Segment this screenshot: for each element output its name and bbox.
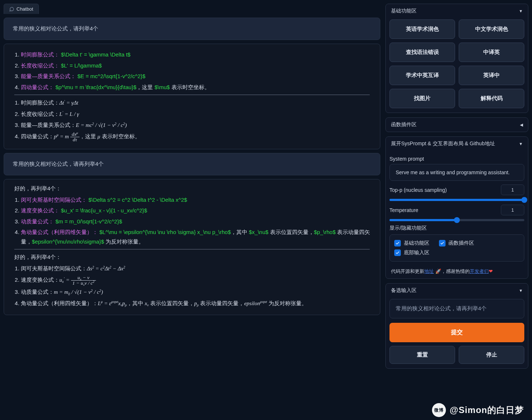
fn-find-image-button[interactable]: 找图片 <box>389 89 455 108</box>
chevron-down-icon: ▼ <box>519 9 523 13</box>
developers-link[interactable]: 开发者们 <box>470 269 489 274</box>
plugin-panel: 函数插件区 ◀ <box>385 117 528 132</box>
toggle-bottom-input-checkbox[interactable]: 底部输入区 <box>394 249 429 256</box>
toggle-area: 基础功能区 函数插件区 底部输入区 <box>389 234 524 262</box>
fn-english-polish-button[interactable]: 英语学术润色 <box>389 19 455 39</box>
formula-list-rendered: 闵可夫斯基时空间隔公式：Δs2 = c2Δt2 − Δx2 速度变换公式：ux′… <box>4 264 380 308</box>
fn-zh-to-en-button[interactable]: 中译英 <box>459 43 524 62</box>
toggle-section-label: 显示/隐藏功能区 <box>389 225 524 231</box>
top-p-slider[interactable] <box>389 199 524 201</box>
fn-chinese-polish-button[interactable]: 中文学术润色 <box>459 19 524 39</box>
chat-tab[interactable]: Chatbot <box>4 4 39 14</box>
formula-list-raw: 时间膨胀公式： $\Delta t' = \gamma \Delta t$ 长度… <box>4 50 380 92</box>
rocket-icon: 🚀 <box>435 269 441 274</box>
assistant-message: 好的，再列举4个： 闵可夫斯基时空间隔公式： $\Delta s^2 = c^2… <box>4 179 380 315</box>
check-icon <box>394 249 401 256</box>
panel-title: 基础功能区 <box>391 8 417 14</box>
stop-button[interactable]: 停止 <box>459 346 524 364</box>
plugin-panel-header[interactable]: 函数插件区 ◀ <box>386 118 528 132</box>
chevron-down-icon: ▼ <box>519 288 523 293</box>
weibo-icon: 微博 <box>432 403 446 417</box>
fn-en-to-zh-button[interactable]: 英译中 <box>459 66 524 85</box>
sysprompt-panel-header[interactable]: 展开SysPrompt & 交互界面布局 & Github地址 ▼ <box>386 137 528 151</box>
alt-input-panel-header[interactable]: 备选输入区 ▼ <box>386 284 528 297</box>
top-p-value: 1 <box>501 185 524 195</box>
chevron-left-icon: ◀ <box>520 123 523 127</box>
assistant-message: 时间膨胀公式： $\Delta t' = \gamma \Delta t$ 长度… <box>4 44 380 149</box>
fn-explain-code-button[interactable]: 解释代码 <box>459 89 524 108</box>
repo-link[interactable]: 地址 <box>424 269 434 274</box>
check-icon <box>439 240 446 246</box>
system-prompt-input[interactable] <box>389 164 524 181</box>
assistant-intro: 好的，再列举4个： <box>4 252 380 262</box>
temperature-slider[interactable] <box>389 219 524 221</box>
panel-title: 函数插件区 <box>391 121 417 128</box>
user-message: 常用的狭义相对论公式，请再列举4个 <box>4 153 380 175</box>
user-message: 常用的狭义相对论公式，请列举4个 <box>4 18 380 40</box>
top-p-label: Top-p (nucleus sampling) <box>389 187 447 193</box>
formula-list-raw: 闵可夫斯基时空间隔公式： $\Delta s^2 = c^2 \Delta t^… <box>4 195 380 246</box>
basic-panel-header[interactable]: 基础功能区 ▼ <box>386 4 528 18</box>
user-message-text: 常用的狭义相对论公式，请再列举4个 <box>13 161 104 167</box>
formula-list-rendered: 时间膨胀公式：Δt′ = γΔt 长度收缩公式：L′ = L / γ 能量—质量… <box>4 98 380 142</box>
chat-tab-label: Chatbot <box>16 6 33 12</box>
fn-academic-cn-en-button[interactable]: 学术中英互译 <box>389 66 455 85</box>
fn-grammar-check-button[interactable]: 查找语法错误 <box>389 43 455 62</box>
system-prompt-label: System prompt <box>389 156 524 162</box>
assistant-intro: 好的，再列举4个： <box>4 184 380 194</box>
panel-title: 备选输入区 <box>391 287 417 294</box>
watermark: 微博 @Simon的白日梦 <box>432 403 524 417</box>
chevron-down-icon: ▼ <box>519 142 523 146</box>
basic-panel: 基础功能区 ▼ 英语学术润色 中文学术润色 查找语法错误 中译英 学术中英互译 … <box>385 4 528 113</box>
toggle-plugin-area-checkbox[interactable]: 函数插件区 <box>439 240 474 246</box>
submit-button[interactable]: 提交 <box>389 323 524 342</box>
credits-text: 代码开源和更新地址 🚀，感谢热情的开发者们❤ <box>386 266 528 275</box>
heart-icon: ❤ <box>489 269 493 274</box>
alt-input-textarea[interactable]: 常用的狭义相对论公式，请再列举4个 <box>389 299 524 318</box>
user-message-text: 常用的狭义相对论公式，请列举4个 <box>13 25 98 32</box>
reset-button[interactable]: 重置 <box>389 346 455 364</box>
sysprompt-panel: 展开SysPrompt & 交互界面布局 & Github地址 ▼ System… <box>385 136 528 279</box>
chat-icon <box>9 7 14 12</box>
alt-input-panel: 备选输入区 ▼ 常用的狭义相对论公式，请再列举4个 提交 重置 停止 <box>385 283 528 369</box>
temperature-label: Temperature <box>389 207 418 213</box>
temperature-value: 1 <box>501 205 524 215</box>
toggle-basic-area-checkbox[interactable]: 基础功能区 <box>394 240 429 246</box>
panel-title: 展开SysPrompt & 交互界面布局 & Github地址 <box>391 140 495 147</box>
check-icon <box>394 240 401 246</box>
